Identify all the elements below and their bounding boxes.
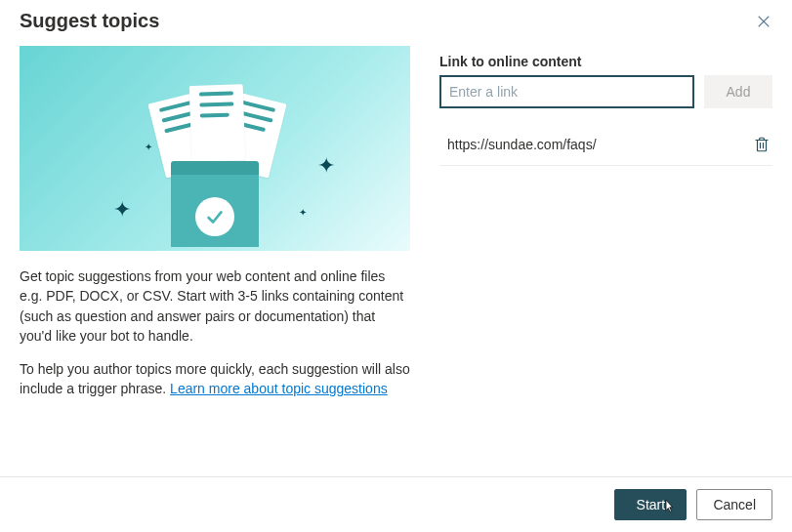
description-paragraph-2: To help you author topics more quickly, … [20, 359, 410, 399]
sparkle-icon: ✦ [299, 207, 307, 218]
illustration: ✦ ✦ ✦ ✦ [20, 46, 410, 251]
add-button[interactable]: Add [704, 75, 772, 108]
document-icon [189, 84, 246, 162]
panel-header: Suggest topics [0, 0, 792, 32]
link-input-row: Add [439, 75, 772, 108]
link-list-item: https://sundae.com/faqs/ [439, 126, 772, 166]
sparkle-icon: ✦ [113, 197, 131, 223]
panel-footer: Start Cancel [0, 476, 792, 532]
close-icon[interactable] [755, 13, 772, 30]
right-column: Link to online content Add https://sunda… [439, 46, 772, 467]
checkmark-icon [195, 197, 234, 236]
start-button[interactable]: Start [614, 489, 687, 520]
sparkle-icon: ✦ [317, 153, 335, 179]
description: Get topic suggestions from your web cont… [20, 266, 410, 413]
panel-title: Suggest topics [20, 10, 159, 32]
learn-more-link[interactable]: Learn more about topic suggestions [170, 381, 388, 396]
description-paragraph-1: Get topic suggestions from your web cont… [20, 266, 410, 346]
link-input[interactable] [439, 75, 694, 108]
trash-icon[interactable] [753, 136, 771, 153]
left-column: ✦ ✦ ✦ ✦ Get topic suggestions from your … [20, 46, 410, 467]
sparkle-icon: ✦ [145, 142, 152, 152]
link-url-text: https://sundae.com/faqs/ [447, 137, 597, 152]
cancel-button[interactable]: Cancel [696, 489, 772, 520]
suggest-topics-panel: Suggest topics [0, 0, 792, 532]
panel-body: ✦ ✦ ✦ ✦ Get topic suggestions from your … [0, 32, 792, 476]
start-button-label: Start [637, 497, 666, 512]
link-field-label: Link to online content [439, 54, 772, 69]
